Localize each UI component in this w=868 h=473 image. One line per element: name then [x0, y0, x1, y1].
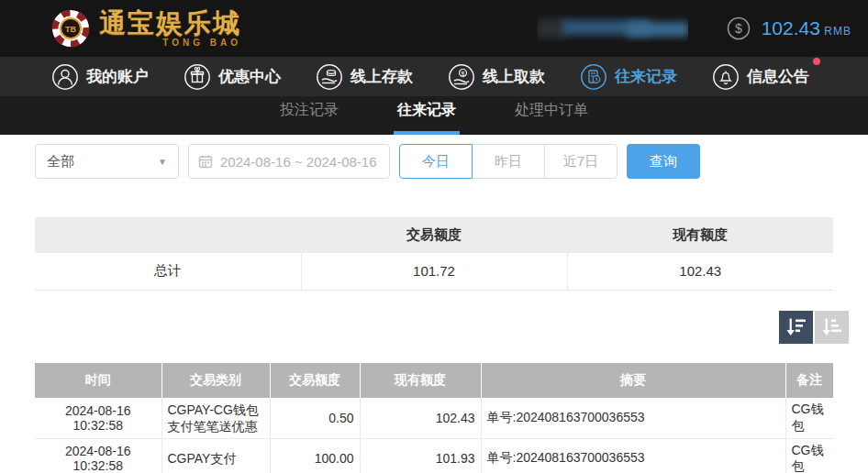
header-amount: 交易额度: [270, 363, 360, 398]
sort-ascending-button[interactable]: [815, 311, 849, 344]
user-icon: [51, 63, 79, 91]
withdraw-icon: $: [448, 63, 475, 91]
row-type: CGPAY-CG钱包支付笔笔送优惠: [161, 398, 270, 439]
brand-logo[interactable]: TB 通宝娱乐城 TONG BAO: [50, 7, 241, 50]
row-type: CGPAY支付: [161, 438, 270, 473]
nav-label: 我的账户: [86, 66, 149, 87]
today-button[interactable]: 今日: [399, 144, 473, 179]
summary-total-label: 总计: [35, 253, 301, 290]
balance-amount: 102.43: [762, 17, 820, 38]
svg-text:$: $: [462, 70, 465, 76]
brand-name-en: TONG BAO: [99, 38, 241, 48]
summary-header-trade: 交易额度: [301, 217, 567, 253]
username-redacted[interactable]: [537, 15, 688, 42]
nav-label: 线上存款: [351, 66, 413, 87]
transaction-records-page: TB 通宝娱乐城 TONG BAO $ 102.43 RMB: [0, 0, 868, 473]
row-remark: CG钱包: [785, 438, 833, 473]
type-select[interactable]: 全部 ▼: [35, 144, 179, 179]
tab-processing-orders[interactable]: 处理中订单: [511, 101, 592, 135]
balance-currency: RMB: [824, 25, 851, 38]
records-header-row: 时间 交易类别 交易额度 现有额度 摘要 备注: [35, 363, 833, 398]
date-range-value: 2024-08-16 ~ 2024-08-16: [220, 154, 377, 170]
summary-trade-value: 101.72: [301, 253, 567, 290]
table-row: 2024-08-16 10:32:58 CGPAY支付 100.00 101.9…: [35, 438, 833, 473]
nav-item-deposit[interactable]: 线上存款: [316, 63, 413, 91]
brand-text: 通宝娱乐城 TONG BAO: [99, 10, 241, 48]
tab-transaction-records[interactable]: 往来记录: [394, 101, 460, 135]
deposit-icon: [316, 63, 343, 91]
currency-dollar-icon: $: [727, 16, 751, 40]
nav-item-promotions[interactable]: 优惠中心: [184, 63, 281, 91]
row-time: 2024-08-16 10:32:58: [35, 398, 161, 439]
svg-text:$: $: [735, 21, 742, 36]
notification-dot: [813, 58, 820, 65]
date-range-input[interactable]: 2024-08-16 ~ 2024-08-16: [188, 144, 390, 179]
sort-descending-button[interactable]: [779, 311, 813, 344]
row-balance: 102.43: [360, 398, 481, 439]
nav-item-announcements[interactable]: 信息公告: [712, 63, 809, 91]
nav-label: 往来记录: [615, 66, 677, 87]
header-remark: 备注: [785, 363, 833, 398]
gift-icon: [184, 63, 211, 91]
nav-item-withdraw[interactable]: $ 线上取款: [448, 63, 545, 91]
row-remark: CG钱包: [785, 398, 833, 439]
header-summary: 摘要: [481, 363, 785, 398]
nav-label: 信息公告: [747, 66, 809, 87]
tab-betting-records[interactable]: 投注记录: [276, 101, 342, 135]
poker-chip-logo-icon: TB: [50, 7, 92, 50]
summary-header-row: 交易额度 现有额度: [35, 217, 833, 253]
header-time: 时间: [35, 363, 161, 398]
main-nav: 我的账户 优惠中心 线上存款: [0, 57, 868, 96]
filter-bar: 全部 ▼ 2024-08-16 ~ 2024-08-16 今日 昨日 近7日 查…: [35, 144, 833, 179]
sort-controls: [0, 311, 849, 344]
sort-ascending-icon: [821, 316, 843, 338]
table-row: 2024-08-16 10:32:58 CGPAY-CG钱包支付笔笔送优惠 0.…: [35, 398, 833, 439]
brand-name-cn: 通宝娱乐城: [99, 10, 241, 37]
nav-label: 线上取款: [483, 66, 545, 87]
records-icon: [580, 63, 607, 91]
summary-header-empty: [35, 217, 301, 253]
topbar-right: $ 102.43 RMB: [537, 15, 851, 42]
calendar-icon: [198, 154, 213, 169]
last7days-button[interactable]: 近7日: [544, 144, 618, 179]
row-balance: 101.93: [360, 438, 481, 473]
search-button[interactable]: 查询: [627, 144, 700, 179]
svg-text:TB: TB: [65, 25, 76, 34]
bell-icon: [712, 63, 740, 91]
records-table: 时间 交易类别 交易额度 现有额度 摘要 备注 2024-08-16 10:32…: [35, 363, 833, 473]
header-balance: 现有额度: [360, 363, 481, 398]
chevron-down-icon: ▼: [158, 157, 167, 167]
topbar: TB 通宝娱乐城 TONG BAO $ 102.43 RMB: [0, 0, 868, 57]
balance-display[interactable]: 102.43 RMB: [762, 17, 851, 39]
quick-date-group: 今日 昨日 近7日: [399, 144, 618, 179]
row-amount: 0.50: [270, 398, 360, 439]
summary-current-value: 102.43: [567, 253, 833, 290]
nav-item-my-account[interactable]: 我的账户: [51, 63, 149, 91]
header-type: 交易类别: [161, 363, 270, 398]
type-select-value: 全部: [47, 153, 74, 170]
summary-header-current: 现有额度: [567, 217, 833, 253]
row-summary: 单号:202408163700036553: [481, 398, 785, 439]
row-time: 2024-08-16 10:32:58: [35, 438, 161, 473]
summary-table: 交易额度 现有额度 总计 101.72 102.43: [35, 217, 833, 291]
nav-item-transaction-records[interactable]: 往来记录: [580, 63, 677, 91]
row-amount: 100.00: [270, 438, 360, 473]
subtab-bar: 投注记录 往来记录 处理中订单: [0, 96, 868, 135]
summary-total-row: 总计 101.72 102.43: [35, 253, 833, 290]
yesterday-button[interactable]: 昨日: [472, 144, 545, 179]
nav-label: 优惠中心: [218, 66, 281, 87]
sort-descending-icon: [785, 316, 807, 338]
row-summary: 单号:202408163700036553: [481, 438, 785, 473]
